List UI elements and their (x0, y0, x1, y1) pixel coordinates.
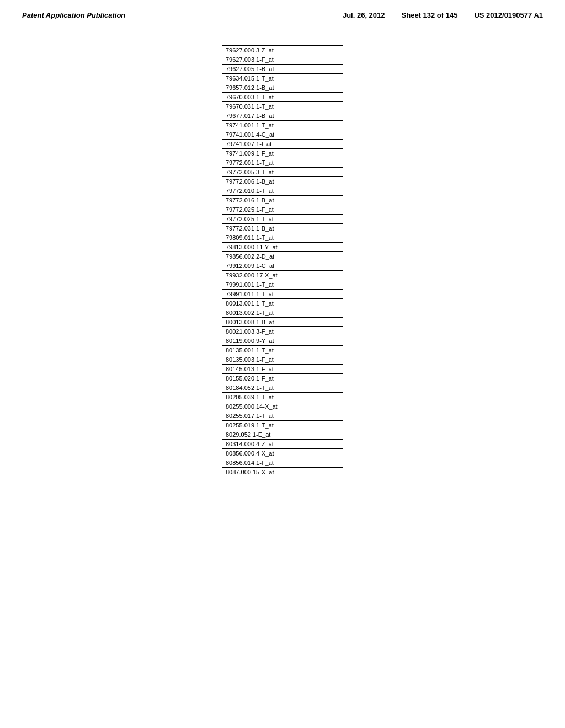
table-row: 79670.003.1-T_at (222, 93, 343, 102)
table-row: 80255.017.1-T_at (222, 411, 343, 421)
patent-number: US 2012/0190577 A1 (474, 11, 543, 19)
table-row: 79677.017.1-B_at (222, 111, 343, 121)
sheet-info: Sheet 132 of 145 (402, 11, 458, 19)
main-content: 79627.000.3-Z_at79627.003.1-F_at79627.00… (22, 40, 543, 477)
table-row: 79741.007.1-I_at (222, 140, 343, 149)
table-row: 79634.015.1-T_at (222, 74, 343, 83)
table-row: 79670.031.1-T_at (222, 102, 343, 111)
table-row: 8029.052.1-E_at (222, 430, 343, 440)
table-row: 79772.010.1-T_at (222, 186, 343, 196)
table-row: 80255.000.14-X_at (222, 402, 343, 411)
table-row: 80135.003.1-F_at (222, 355, 343, 365)
table-row: 80155.020.1-F_at (222, 374, 343, 383)
table-row: 79627.000.3-Z_at (222, 46, 343, 55)
table-row: 80013.008.1-B_at (222, 318, 343, 327)
table-row: 80145.013.1-F_at (222, 365, 343, 374)
table-row: 79856.002.2-D_at (222, 252, 343, 261)
table-row: 79741.001.4-C_at (222, 130, 343, 140)
table-row: 80314.000.4-Z_at (222, 440, 343, 449)
table-row: 79772.025.1-T_at (222, 215, 343, 224)
table-row: 80184.052.1-T_at (222, 383, 343, 393)
table-row: 79772.006.1-B_at (222, 177, 343, 186)
table-row: 80135.001.1-T_at (222, 346, 343, 355)
table-row: 80021.003.3-F_at (222, 327, 343, 336)
table-row: 79809.011.1-T_at (222, 233, 343, 243)
table-row: 8087.000.15-X_at (222, 468, 343, 477)
table-row: 79627.005.1-B_at (222, 65, 343, 74)
table-row: 79991.001.1-T_at (222, 280, 343, 290)
table-row: 80013.001.1-T_at (222, 299, 343, 308)
table-row: 80856.014.1-F_at (222, 458, 343, 468)
table-row: 79912.009.1-C_at (222, 261, 343, 271)
page: Patent Application Publication Jul. 26, … (0, 0, 565, 728)
table-row: 80119.000.9-Y_at (222, 336, 343, 346)
table-row: 80205.039.1-T_at (222, 393, 343, 402)
table-row: 79991.011.1-T_at (222, 290, 343, 299)
table-row: 79772.025.1-F_at (222, 205, 343, 215)
table-row: 79772.016.1-B_at (222, 196, 343, 205)
header-right: Jul. 26, 2012 Sheet 132 of 145 US 2012/0… (343, 11, 543, 19)
publication-label: Patent Application Publication (22, 11, 125, 19)
table-row: 79657.012.1-B_at (222, 83, 343, 93)
table-row: 80856.000.4-X_at (222, 449, 343, 458)
table-row: 79772.005.3-T_at (222, 168, 343, 177)
page-header: Patent Application Publication Jul. 26, … (22, 11, 543, 23)
table-row: 79772.031.1-B_at (222, 224, 343, 233)
table-row: 80255.019.1-T_at (222, 421, 343, 430)
table-row: 79932.000.17-X_at (222, 271, 343, 280)
table-row: 80013.002.1-T_at (222, 308, 343, 318)
table-row: 79741.001.1-T_at (222, 121, 343, 130)
table-row: 79627.003.1-F_at (222, 55, 343, 65)
table-row: 79741.009.1-F_at (222, 149, 343, 158)
table-row: 79813.000.11-Y_at (222, 243, 343, 252)
data-table: 79627.000.3-Z_at79627.003.1-F_at79627.00… (222, 45, 343, 477)
table-row: 79772.001.1-T_at (222, 158, 343, 168)
publication-date: Jul. 26, 2012 (343, 11, 385, 19)
